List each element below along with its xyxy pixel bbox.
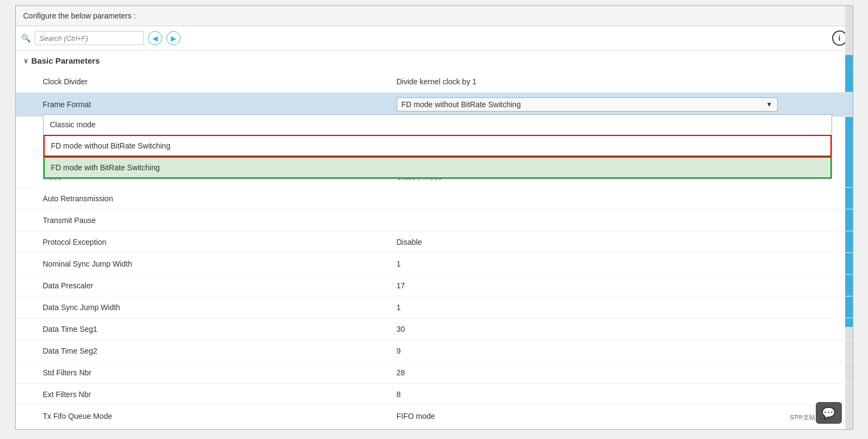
param-row-std-filters-nbr: Std Filters Nbr 28 — [16, 362, 853, 384]
dropdown-item-fd-with-switch[interactable]: FD mode with BitRate Switching — [44, 157, 832, 178]
param-name-data-prescaler: Data Prescaler — [43, 281, 397, 290]
select-chevron-icon: ▼ — [766, 101, 773, 108]
param-name-tx-fifo-queue-mode: Tx Fifo Queue Mode — [43, 412, 397, 421]
configure-header: Configure the below parameters : — [16, 6, 853, 26]
chatbot-icon: 💬 — [822, 406, 835, 419]
param-select-frame-format[interactable]: FD mode without BitRate Switching ▼ — [397, 97, 778, 112]
toolbar: 🔍 ◀ ▶ i — [16, 26, 853, 51]
param-row-clock-divider: Clock Divider Divide kernel clock by 1 — [16, 71, 853, 92]
header-title: Configure the below parameters : — [23, 11, 136, 20]
param-row-frame-format: Frame Format FD mode without BitRate Swi… — [16, 92, 853, 117]
dropdown-item-classic[interactable]: Classic mode — [44, 115, 832, 135]
language-label[interactable]: ST中文站 — [790, 413, 815, 422]
params-area: ∨ Basic Parameters Clock Divider Divide … — [16, 51, 853, 425]
param-name-std-filters-nbr: Std Filters Nbr — [43, 368, 397, 377]
frame-format-dropdown: Classic mode FD mode without BitRate Swi… — [43, 114, 832, 179]
param-name-auto-retransmission: Auto Retransmission — [43, 194, 397, 203]
param-value-std-filters-nbr: 28 — [397, 368, 405, 377]
param-name-clock-divider: Clock Divider — [43, 77, 397, 86]
param-row-data-sync-jump-width: Data Sync Jump Width 1 — [16, 296, 853, 318]
param-value-clock-divider: Divide kernel clock by 1 — [397, 77, 477, 86]
param-row-data-prescaler: Data Prescaler 17 — [16, 275, 853, 296]
param-value-data-prescaler: 17 — [397, 281, 405, 290]
param-name-data-time-seg2: Data Time Seg2 — [43, 347, 397, 355]
section-basic-parameters[interactable]: ∨ Basic Parameters — [16, 51, 853, 71]
param-value-data-time-seg2: 9 — [397, 347, 401, 355]
chevron-down-icon: ∨ — [23, 57, 28, 65]
search-input[interactable] — [35, 31, 144, 45]
param-value-data-time-seg1: 30 — [397, 325, 405, 333]
param-row-protocol-exception: Protocol Exception Disable — [16, 231, 853, 253]
nav-prev-button[interactable]: ◀ — [148, 31, 162, 45]
param-name-ext-filters-nbr: Ext Filters Nbr — [43, 390, 397, 399]
param-name-data-time-seg1: Data Time Seg1 — [43, 325, 397, 333]
param-row-nominal-sync-jump-width: Nominal Sync Jump Width 1 — [16, 253, 853, 275]
search-icon: 🔍 — [21, 34, 30, 42]
param-row-transmit-pause: Transmit Pause — [16, 209, 853, 231]
section-basic-label: Basic Parameters — [32, 56, 100, 65]
param-row-tx-fifo-queue-mode: Tx Fifo Queue Mode FIFO mode — [16, 405, 853, 425]
nav-next-button[interactable]: ▶ — [167, 31, 181, 45]
param-row-data-time-seg1: Data Time Seg1 30 — [16, 318, 853, 340]
chatbot-button[interactable]: 💬 — [816, 402, 842, 424]
param-value-tx-fifo-queue-mode: FIFO mode — [397, 412, 435, 421]
param-name-transmit-pause: Transmit Pause — [43, 216, 397, 225]
param-name-nominal-sync-jump-width: Nominal Sync Jump Width — [43, 259, 397, 268]
param-value-protocol-exception: Disable — [397, 238, 422, 246]
param-row-auto-retransmission: Auto Retransmission — [16, 188, 853, 209]
param-row-ext-filters-nbr: Ext Filters Nbr 8 — [16, 384, 853, 405]
param-select-value: FD mode without BitRate Switching — [402, 100, 521, 109]
main-container: Configure the below parameters : 🔍 ◀ ▶ i… — [15, 5, 853, 430]
param-value-nominal-sync-jump-width: 1 — [397, 259, 401, 268]
param-value-data-sync-jump-width: 1 — [397, 303, 401, 312]
param-row-data-time-seg2: Data Time Seg2 9 — [16, 340, 853, 362]
param-name-data-sync-jump-width: Data Sync Jump Width — [43, 303, 397, 312]
param-name-frame-format: Frame Format — [43, 100, 397, 109]
param-name-protocol-exception: Protocol Exception — [43, 238, 397, 246]
dropdown-item-fd-no-switch[interactable]: FD mode without BitRate Switching — [44, 135, 832, 157]
param-value-ext-filters-nbr: 8 — [397, 390, 401, 399]
